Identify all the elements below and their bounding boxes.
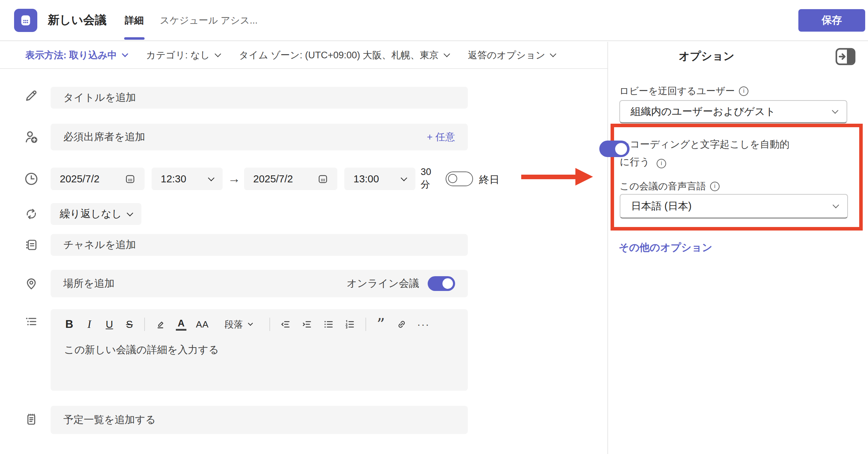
editor-toolbar: B I U S A AA 段落 <box>51 309 468 331</box>
calendar-icon <box>318 174 328 184</box>
location-input[interactable]: 場所を追加 オンライン会議 <box>51 270 468 297</box>
tab-scheduling-assistant[interactable]: スケジュール アシス... <box>160 0 258 40</box>
text-size-button[interactable]: AA <box>196 319 209 330</box>
info-icon[interactable]: i <box>739 86 748 96</box>
outdent-button[interactable] <box>280 318 292 330</box>
calendar-icon <box>125 174 135 184</box>
active-tab-underline <box>124 37 145 40</box>
end-time-value: 13:00 <box>353 173 379 185</box>
recording-transcription-toggle[interactable] <box>599 141 630 157</box>
title-input[interactable]: タイトルを追加 <box>51 87 468 109</box>
more-options-icon[interactable]: ··· <box>417 318 430 330</box>
recording-transcription-label-text: レコーディングと文字起こしを自動的に行う <box>620 139 790 167</box>
calendar-glyph <box>19 13 33 27</box>
red-highlight-box: レコーディングと文字起こしを自動的に行う i この会議の音声言語 i 日本語 (… <box>611 124 863 231</box>
chevron-down-icon <box>550 51 556 57</box>
options-panel: オプション ロビーを迂回するユーザー i 組織内のユーザーおよびゲスト レコーデ… <box>608 42 868 454</box>
lobby-bypass-label: ロビーを迂回するユーザー i <box>619 85 748 97</box>
location-pin-icon <box>23 276 39 291</box>
spoken-language-select[interactable]: 日本語 (日本) <box>620 194 848 219</box>
channel-placeholder: チャネルを追加 <box>63 238 136 252</box>
agenda-placeholder: 予定一覧を追加する <box>63 413 156 427</box>
underline-button[interactable]: U <box>104 319 115 330</box>
description-editor[interactable]: B I U S A AA 段落 <box>51 309 468 391</box>
add-attendee-icon <box>23 129 39 145</box>
bullet-list-button[interactable] <box>323 318 334 330</box>
save-button[interactable]: 保存 <box>798 9 865 32</box>
channel-input[interactable]: チャネルを追加 <box>51 234 468 256</box>
timezone-dropdown[interactable]: タイム ゾーン: (UTC+09:00) 大阪、札幌、東京 <box>239 49 449 61</box>
show-as-label: 表示方法: 取り込み中 <box>25 49 117 61</box>
more-options-link[interactable]: その他のオプション <box>619 241 712 255</box>
response-options-dropdown[interactable]: 返答のオプション <box>468 49 556 61</box>
clock-icon <box>23 171 39 187</box>
channel-icon <box>23 238 39 252</box>
start-time-value: 12:30 <box>161 173 186 185</box>
attendees-placeholder: 必須出席者を追加 <box>63 130 145 144</box>
tab-scheduling-label: スケジュール アシス... <box>160 14 258 27</box>
numbered-list-button[interactable] <box>344 318 356 330</box>
recurrence-dropdown[interactable]: 繰り返しなし <box>51 203 141 225</box>
toolbar-divider <box>365 318 366 331</box>
all-day-toggle[interactable] <box>446 171 473 186</box>
end-date-value: 2025/7/2 <box>253 173 293 185</box>
paragraph-style-dropdown[interactable]: 段落 <box>225 318 252 331</box>
lobby-bypass-value: 組織内のユーザーおよびゲスト <box>631 105 776 119</box>
page-title: 新しい会議 <box>48 12 107 28</box>
add-optional-attendees-link[interactable]: + 任意 <box>427 130 455 144</box>
content-area: 表示方法: 取り込み中 カテゴリ: なし タイム ゾーン: (UTC+09:00… <box>0 42 868 454</box>
red-annotation-arrow <box>521 168 594 186</box>
chevron-down-icon <box>832 202 839 208</box>
end-time-dropdown[interactable]: 13:00 <box>344 168 415 190</box>
category-dropdown[interactable]: カテゴリ: なし <box>146 49 220 61</box>
indent-button[interactable] <box>301 318 313 330</box>
duration-label: 30 分 <box>421 166 431 191</box>
agenda-input[interactable]: 予定一覧を追加する <box>51 406 468 434</box>
arrow-right-icon: → <box>228 171 241 186</box>
start-date-value: 2025/7/2 <box>60 173 100 185</box>
info-icon[interactable]: i <box>657 159 666 168</box>
chevron-down-icon <box>208 175 214 181</box>
toolbar-divider <box>269 318 270 331</box>
end-date-picker[interactable]: 2025/7/2 <box>244 168 337 190</box>
toggle-knob <box>615 143 627 155</box>
all-day-label: 終日 <box>479 173 499 187</box>
chevron-down-icon <box>443 51 450 57</box>
meeting-form: 表示方法: 取り込み中 カテゴリ: なし タイム ゾーン: (UTC+09:00… <box>0 42 608 454</box>
meeting-settings-bar: 表示方法: 取り込み中 カテゴリ: なし タイム ゾーン: (UTC+09:00… <box>0 42 607 69</box>
info-icon[interactable]: i <box>710 182 720 191</box>
collapse-panel-icon[interactable] <box>835 47 856 66</box>
options-panel-title: オプション <box>608 49 805 64</box>
spoken-language-value: 日本語 (日本) <box>631 199 691 213</box>
duration-unit: 分 <box>421 178 431 191</box>
start-date-picker[interactable]: 2025/7/2 <box>51 168 145 190</box>
lobby-bypass-select[interactable]: 組織内のユーザーおよびゲスト <box>619 100 847 123</box>
top-bar: 新しい会議 詳細 スケジュール アシス... 保存 <box>0 0 868 41</box>
online-meeting-toggle[interactable] <box>428 276 455 291</box>
required-attendees-input[interactable]: 必須出席者を追加 + 任意 <box>51 124 468 150</box>
tab-bar: 詳細 スケジュール アシス... <box>125 0 258 40</box>
tab-details[interactable]: 詳細 <box>125 0 144 40</box>
show-as-dropdown[interactable]: 表示方法: 取り込み中 <box>25 49 127 61</box>
chevron-down-icon <box>215 51 221 57</box>
strikethrough-button[interactable]: S <box>124 319 135 330</box>
response-options-label: 返答のオプション <box>468 49 545 61</box>
start-time-dropdown[interactable]: 12:30 <box>152 168 223 190</box>
pencil-icon <box>23 88 39 103</box>
highlighter-icon[interactable] <box>154 318 166 330</box>
location-placeholder: 場所を追加 <box>63 277 115 291</box>
spoken-language-label: この会議の音声言語 i <box>620 180 720 193</box>
online-meeting-label: オンライン会議 <box>347 277 419 291</box>
recording-transcription-label: レコーディングと文字起こしを自動的に行う i <box>620 136 799 171</box>
recurrence-value: 繰り返しなし <box>60 207 122 221</box>
font-color-button[interactable]: A <box>176 318 186 331</box>
italic-button[interactable]: I <box>84 318 95 331</box>
blockquote-button[interactable]: ” <box>376 319 386 329</box>
lobby-bypass-label-text: ロビーを迂回するユーザー <box>619 85 735 97</box>
spoken-language-label-text: この会議の音声言語 <box>620 180 706 193</box>
toolbar-divider <box>144 318 145 331</box>
link-icon[interactable] <box>396 318 408 330</box>
agenda-icon <box>23 412 39 427</box>
bold-button[interactable]: B <box>64 318 75 331</box>
repeat-icon <box>23 207 39 221</box>
